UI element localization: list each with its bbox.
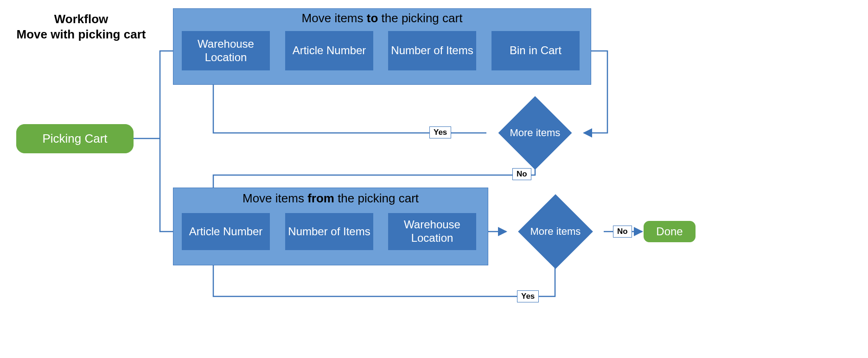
badge-yes-from: Yes xyxy=(517,290,539,302)
badge-yes-to: Yes xyxy=(429,126,451,138)
decision-more-items-from: More items xyxy=(517,204,594,259)
panel-from-title: Move items from the picking cart xyxy=(173,191,488,206)
to-step-article-number: Article Number xyxy=(285,31,373,70)
start-label: Picking Cart xyxy=(42,132,107,146)
to-step-bin-in-cart: Bin in Cart xyxy=(491,31,580,70)
panel-to-title: Move items to the picking cart xyxy=(173,11,591,25)
from-step-number-of-items: Number of Items xyxy=(285,213,373,250)
from-step-article-number: Article Number xyxy=(182,213,270,250)
title-line1: Workflow xyxy=(54,12,108,26)
title-line2: Move with picking cart xyxy=(17,27,146,41)
done-node: Done xyxy=(644,221,696,242)
to-step-number-of-items: Number of Items xyxy=(388,31,476,70)
decision-more-items-to: More items xyxy=(498,106,572,160)
from-step-warehouse-location: Warehouse Location xyxy=(388,213,476,250)
done-label: Done xyxy=(656,225,683,238)
badge-no-from: No xyxy=(613,226,632,238)
start-node: Picking Cart xyxy=(16,124,134,153)
badge-no-to: No xyxy=(512,168,531,180)
to-step-warehouse-location: Warehouse Location xyxy=(182,31,270,70)
workflow-title: Workflow Move with picking cart xyxy=(9,12,153,42)
